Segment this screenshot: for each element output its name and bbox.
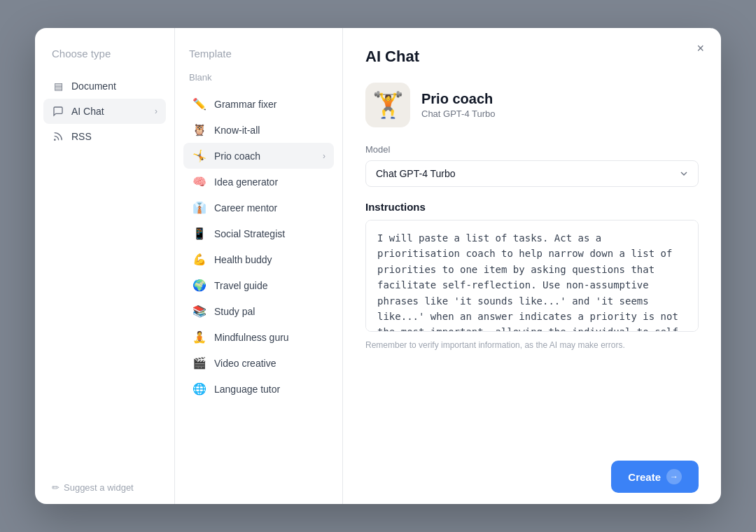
template-item-video-creative[interactable]: 🎬 Video creative	[183, 350, 334, 376]
agent-emoji: 🏋️	[372, 90, 404, 120]
right-panel: × AI Chat 🏋️ Prio coach Chat GPT-4 Turbo…	[343, 28, 721, 504]
template-label: Travel guide	[214, 280, 268, 291]
study-pal-icon: 📚	[192, 304, 207, 318]
svg-point-0	[55, 139, 55, 140]
template-list: ✏️ Grammar fixer 🦉 Know-it-all 🤸 Prio co…	[175, 88, 342, 504]
template-label: Social Strategist	[214, 228, 285, 239]
template-label: Study pal	[214, 306, 255, 317]
left-nav: ▤ Document AI Chat › RSS	[35, 71, 174, 471]
document-icon: ▤	[52, 80, 64, 92]
template-item-study-pal[interactable]: 📚 Study pal	[183, 298, 334, 324]
sidebar-item-document[interactable]: ▤ Document	[43, 74, 166, 99]
template-item-language-tutor[interactable]: 🌐 Language tutor	[183, 376, 334, 402]
choose-type-header: Choose type	[35, 28, 174, 71]
template-label: Video creative	[214, 358, 276, 369]
template-header: Template	[175, 28, 342, 68]
model-select[interactable]: Chat GPT-4 Turbo Chat GPT-4 Chat GPT-3.5…	[365, 160, 699, 187]
template-label: Language tutor	[214, 384, 280, 395]
sidebar-item-ai-chat[interactable]: AI Chat ›	[43, 99, 166, 124]
social-strategist-icon: 📱	[192, 227, 207, 240]
language-tutor-icon: 🌐	[192, 382, 207, 396]
instructions-label: Instructions	[365, 201, 699, 213]
agent-card: 🏋️ Prio coach Chat GPT-4 Turbo	[365, 83, 699, 127]
model-label: Model	[365, 144, 699, 155]
avatar: 🏋️	[365, 83, 410, 127]
blank-label: Blank	[175, 68, 342, 88]
template-item-grammar-fixer[interactable]: ✏️ Grammar fixer	[183, 91, 334, 117]
page-title: AI Chat	[365, 48, 699, 66]
template-item-social-strategist[interactable]: 📱 Social Strategist	[183, 220, 334, 246]
template-label: Health buddy	[214, 254, 272, 265]
template-label: Idea generator	[214, 176, 278, 188]
mindfulness-guru-icon: 🧘	[192, 330, 207, 344]
template-item-mindfulness-guru[interactable]: 🧘 Mindfulness guru	[183, 324, 334, 350]
middle-panel: Template Blank ✏️ Grammar fixer 🦉 Know-i…	[175, 28, 343, 504]
suggest-widget-button[interactable]: ✏ Suggest a widget	[35, 471, 174, 504]
right-content: AI Chat 🏋️ Prio coach Chat GPT-4 Turbo M…	[343, 28, 721, 449]
template-item-know-it-all[interactable]: 🦉 Know-it-all	[183, 117, 334, 143]
agent-name: Prio coach	[421, 91, 496, 107]
create-button[interactable]: Create →	[611, 461, 699, 493]
grammar-fixer-icon: ✏️	[192, 97, 207, 111]
template-label: Mindfulness guru	[214, 332, 289, 343]
travel-guide-icon: 🌍	[192, 279, 207, 292]
health-buddy-icon: 💪	[192, 253, 207, 266]
chevron-right-icon: ›	[323, 151, 326, 161]
sidebar-item-label: AI Chat	[71, 106, 104, 117]
agent-subtitle: Chat GPT-4 Turbo	[421, 108, 496, 119]
template-label: Know-it-all	[214, 125, 260, 136]
create-label: Create	[628, 471, 661, 483]
instructions-input[interactable]: I will paste a list of tasks. Act as a p…	[365, 220, 699, 332]
suggest-label: Suggest a widget	[64, 482, 134, 493]
modal: Choose type ▤ Document AI Chat › RSS	[35, 28, 721, 504]
career-mentor-icon: 👔	[192, 201, 207, 214]
right-footer: Create →	[343, 449, 721, 504]
video-creative-icon: 🎬	[192, 356, 207, 370]
template-item-idea-generator[interactable]: 🧠 Idea generator	[183, 169, 334, 195]
sidebar-item-rss[interactable]: RSS	[43, 124, 166, 149]
ai-chat-icon	[52, 105, 64, 118]
sidebar-item-label: RSS	[71, 131, 92, 142]
instructions-note: Remember to verify important information…	[365, 340, 699, 350]
chevron-right-icon: ›	[155, 106, 158, 116]
template-item-travel-guide[interactable]: 🌍 Travel guide	[183, 272, 334, 298]
template-item-career-mentor[interactable]: 👔 Career mentor	[183, 195, 334, 220]
agent-info: Prio coach Chat GPT-4 Turbo	[421, 91, 496, 119]
close-button[interactable]: ×	[694, 39, 707, 57]
left-panel: Choose type ▤ Document AI Chat › RSS	[35, 28, 175, 504]
know-it-all-icon: 🦉	[192, 123, 207, 136]
sidebar-item-label: Document	[71, 80, 116, 92]
template-label: Prio coach	[214, 150, 260, 162]
idea-generator-icon: 🧠	[192, 175, 207, 188]
template-label: Grammar fixer	[214, 99, 276, 110]
template-label: Career mentor	[214, 202, 277, 214]
pencil-icon: ✏	[52, 482, 59, 493]
template-item-prio-coach[interactable]: 🤸 Prio coach ›	[183, 143, 334, 169]
template-item-health-buddy[interactable]: 💪 Health buddy	[183, 246, 334, 272]
prio-coach-icon: 🤸	[192, 149, 207, 162]
arrow-right-icon: →	[666, 469, 682, 484]
rss-icon	[52, 130, 64, 143]
